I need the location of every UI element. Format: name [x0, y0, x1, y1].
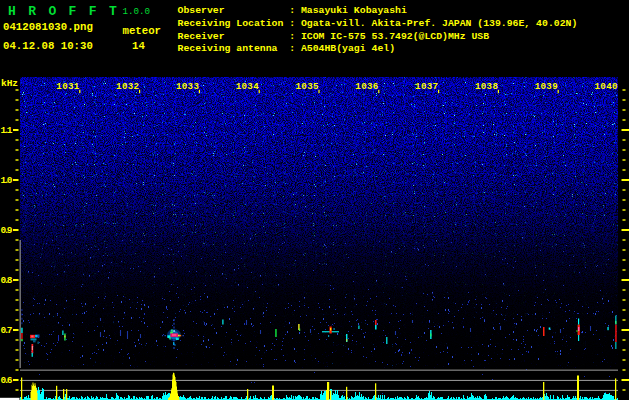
- svg-text:1.0: 1.0: [1, 175, 13, 186]
- svg-text:1035: 1035: [296, 81, 319, 92]
- svg-text:1032: 1032: [116, 81, 139, 92]
- svg-text:Observer : Masayuki: Observer : Masayuki Kobayashi: [178, 5, 407, 16]
- svg-text:1040: 1040: [595, 81, 618, 92]
- svg-text:0.9: 0.9: [1, 225, 13, 236]
- svg-text:0.8: 0.8: [1, 275, 13, 286]
- svg-text:kHz: kHz: [1, 78, 18, 89]
- svg-text:0.6: 0.6: [1, 375, 13, 386]
- svg-text:1031: 1031: [56, 81, 79, 92]
- svg-text:meteor: meteor: [123, 25, 161, 37]
- svg-text:1.1: 1.1: [1, 125, 13, 136]
- svg-text:1034: 1034: [236, 81, 259, 92]
- svg-text:Receiving Location : Ogata-vil: Receiving Location : Ogata-vill. Akita-P…: [178, 18, 578, 29]
- svg-text:1038: 1038: [475, 81, 498, 92]
- svg-text:0412081030.png: 0412081030.png: [3, 21, 93, 33]
- svg-text:1039: 1039: [535, 81, 558, 92]
- svg-text:0.7: 0.7: [1, 325, 13, 336]
- svg-text:1036: 1036: [355, 81, 378, 92]
- svg-text:1033: 1033: [176, 81, 199, 92]
- svg-text:1037: 1037: [415, 81, 438, 92]
- svg-text:1.0.0: 1.0.0: [123, 6, 151, 17]
- svg-text:14: 14: [132, 40, 145, 52]
- svg-text:04.12.08 10:30: 04.12.08 10:30: [3, 40, 93, 52]
- svg-text:Receiver : ICOM IC-5: Receiver : ICOM IC-575 53.7492(@LCD)MHz …: [178, 31, 490, 42]
- svg-text:HROFFT: HROFFT: [8, 4, 129, 19]
- svg-text:Receiving antenna : A504HB(ya: Receiving antenna : A504HB(yagi 4el): [178, 43, 396, 54]
